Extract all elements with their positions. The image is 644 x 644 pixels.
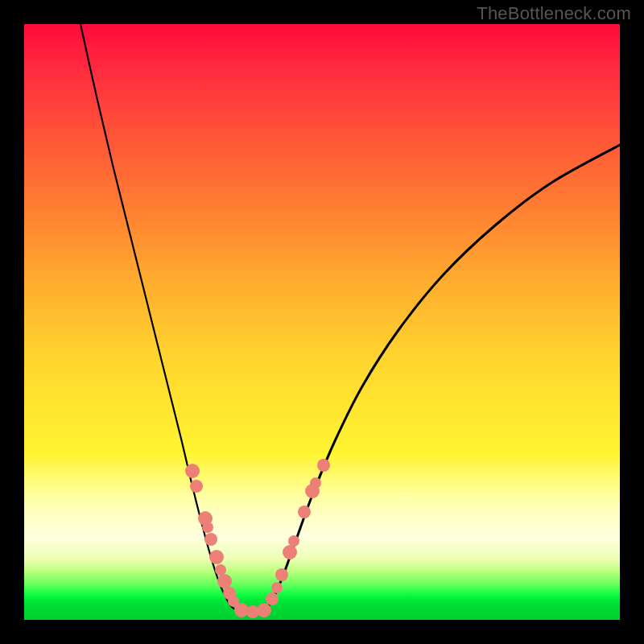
- data-marker: [298, 506, 311, 518]
- series-left-curve: [80, 24, 237, 610]
- data-marker: [204, 533, 217, 546]
- watermark-text: TheBottleneck.com: [477, 3, 631, 24]
- chart-svg: [24, 24, 620, 620]
- data-marker: [283, 545, 297, 559]
- data-marker: [271, 582, 283, 593]
- data-marker: [266, 592, 279, 605]
- data-marker: [317, 459, 330, 472]
- data-marker: [257, 603, 271, 617]
- data-marker: [217, 574, 232, 588]
- data-marker: [202, 522, 213, 533]
- data-marker: [185, 464, 200, 478]
- curve-group: [80, 24, 620, 612]
- data-marker: [310, 477, 321, 489]
- marker-group: [185, 459, 330, 618]
- data-marker: [209, 550, 224, 564]
- data-marker: [288, 535, 299, 547]
- series-right-curve: [266, 145, 620, 610]
- data-marker: [275, 568, 288, 581]
- data-marker: [190, 480, 203, 493]
- data-marker: [215, 564, 226, 576]
- plot-area: [24, 24, 620, 620]
- chart-frame: TheBottleneck.com: [0, 0, 644, 644]
